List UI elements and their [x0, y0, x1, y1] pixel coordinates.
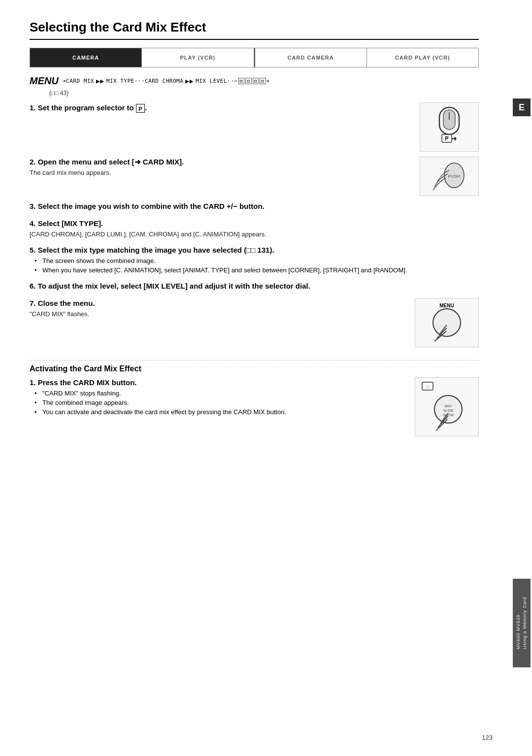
step-5-heading: 5. Select the mix type matching the imag…	[30, 245, 479, 255]
step-4: 4. Select [MIX TYPE]. [CARD CHROMA], [CA…	[30, 218, 479, 240]
svg-text:MENU: MENU	[439, 303, 454, 308]
page-title: Selecting the Card Mix Effect	[30, 20, 479, 40]
subsection-step-1: 1. Press the CARD MIX button. "CARD MIX"…	[30, 377, 479, 436]
step-1-image: P ➜	[420, 102, 479, 152]
step-3: 3. Select the image you wish to combine …	[30, 201, 479, 213]
bullet-item: The combined image appears.	[34, 399, 405, 406]
card-mix-button-icon: □ MIX/ SLIDE SHOW	[420, 380, 474, 434]
svg-text:MIX/: MIX/	[445, 404, 452, 408]
nav-item-card-play-vcr[interactable]: CARD PLAY (VCR)	[367, 48, 478, 67]
push-button-icon: PUSH	[427, 158, 471, 195]
subsection-title: Activating the Card Mix Effect	[30, 364, 479, 373]
nav-item-card-camera[interactable]: CARD CAMERA	[255, 48, 367, 67]
step-7-heading: 7. Close the menu.	[30, 298, 405, 308]
section-divider	[30, 360, 479, 361]
menu-label: MENU	[30, 75, 59, 87]
bullet-item: "CARD MIX" stops flashing.	[34, 390, 405, 397]
program-selector-icon: P ➜	[427, 105, 471, 149]
sidebar-vertical-text: MV660 MV630Using a Memory Card	[508, 579, 532, 667]
page-number: 123	[482, 734, 493, 741]
step-2-subtext: The card mix menu appears.	[30, 169, 410, 176]
svg-point-8	[433, 309, 461, 336]
steps-area: 1. Set the program selector to P. P	[30, 102, 479, 352]
subsection-step-1-heading: 1. Press the CARD MIX button.	[30, 377, 405, 388]
step-7-image: MENU	[415, 298, 479, 347]
svg-text:P: P	[445, 135, 448, 141]
right-sidebar: E MV660 MV630Using a Memory Card	[508, 0, 532, 756]
bullet-item: You can activate and deactivate the card…	[34, 408, 405, 416]
svg-text:SLIDE: SLIDE	[443, 409, 454, 412]
step-4-subtext: [CARD CHROMA], [CARD LUMI.], [CAM. CHROM…	[30, 230, 479, 238]
sidebar-label: MV660 MV630Using a Memory Card	[513, 579, 531, 667]
svg-text:PUSH: PUSH	[448, 174, 460, 179]
menu-button-icon: MENU	[420, 300, 474, 345]
svg-text:➜: ➜	[451, 134, 457, 142]
nav-item-play-vcr[interactable]: PLAY (VCR)	[142, 48, 254, 67]
step-4-heading: 4. Select [MIX TYPE].	[30, 218, 479, 229]
bullet-item: The screen shows the combined image.	[34, 257, 479, 264]
step-2: 2. Open the menu and select [➜ CARD MIX]…	[30, 157, 479, 196]
step-7: 7. Close the menu. "CARD MIX" flashes. M…	[30, 298, 479, 347]
step-1: 1. Set the program selector to P. P	[30, 102, 479, 152]
svg-text:□: □	[427, 385, 429, 389]
step-6: 6. To adjust the mix level, select [MIX …	[30, 281, 479, 293]
subsection-activating: Activating the Card Mix Effect 1. Press …	[30, 364, 479, 436]
subsection-step-1-bullets: "CARD MIX" stops flashing. The combined …	[34, 390, 405, 416]
step-6-heading: 6. To adjust the mix level, select [MIX …	[30, 281, 479, 291]
menu-path: ➜CARD MIX ▶▶ MIX TYPE···CARD CHROMA ▶▶ M…	[63, 77, 270, 85]
step-5: 5. Select the mix type matching the imag…	[30, 245, 479, 276]
bullet-item: When you have selected [C. ANIMATION], s…	[34, 266, 479, 274]
step-2-image: PUSH	[420, 157, 479, 196]
step-2-heading: 2. Open the menu and select [➜ CARD MIX]…	[30, 157, 410, 167]
step-3-heading: 3. Select the image you wish to combine …	[30, 201, 479, 211]
step-7-subtext: "CARD MIX" flashes.	[30, 310, 405, 318]
menu-ref: (□□ 43)	[49, 90, 479, 97]
step-5-bullets: The screen shows the combined image. Whe…	[34, 257, 479, 274]
nav-bar: CAMERA PLAY (VCR) CARD CAMERA CARD PLAY …	[30, 48, 479, 67]
nav-item-camera[interactable]: CAMERA	[30, 48, 142, 67]
step-1-heading: 1. Set the program selector to P.	[30, 102, 410, 113]
subsection-step-1-image: □ MIX/ SLIDE SHOW	[415, 377, 479, 436]
menu-row: MENU ➜CARD MIX ▶▶ MIX TYPE···CARD CHROMA…	[30, 75, 479, 87]
e-tab-label: E	[513, 99, 531, 116]
